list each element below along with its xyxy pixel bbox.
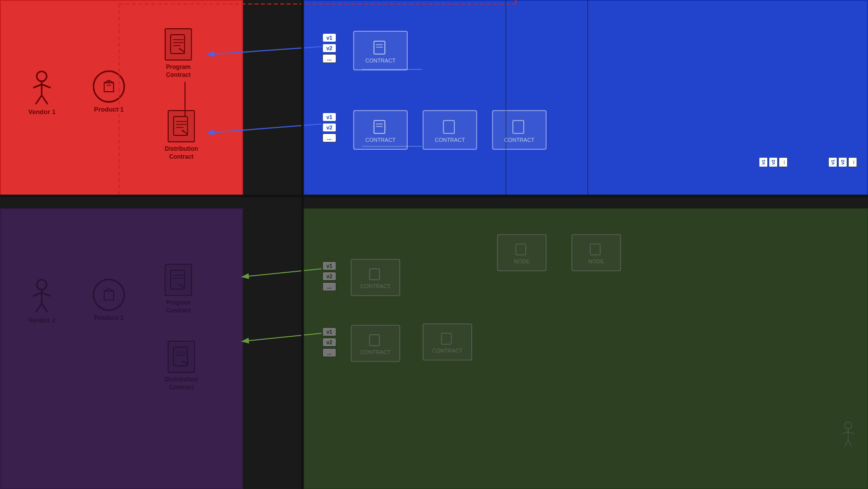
green-quadrant: v1 v2 ... CONTRACT v1 v2 ... CONTRACT NO…	[303, 208, 868, 489]
contract-doc-icon	[170, 34, 187, 56]
vendor-2-figure: Vendor 2	[28, 279, 56, 325]
green-mid-label: CONTRACT	[432, 348, 462, 354]
product-1-label: Product 1	[94, 106, 124, 114]
version-stack-green-bottom: v1 v2 ...	[322, 327, 336, 357]
product-2-icon	[93, 279, 125, 311]
svg-line-55	[181, 285, 185, 288]
version-v1-green-top[interactable]: v1	[322, 261, 336, 270]
svg-rect-35	[374, 41, 385, 54]
version-dots-green-top[interactable]: ...	[322, 282, 336, 291]
svg-line-34	[184, 131, 187, 134]
vendor-1-figure: Vendor 1	[28, 70, 56, 117]
green-bottom-label: CONTRACT	[360, 349, 390, 355]
program-contract-top-label: ProgramContract	[166, 63, 190, 79]
blue-top-center-label: CONTRACT	[365, 58, 395, 63]
green-top-label: CONTRACT	[360, 283, 390, 289]
green-right-top-node: NODE	[497, 234, 547, 271]
version-dots-green-bottom[interactable]: ...	[322, 348, 336, 357]
version-dots-bottom[interactable]: ...	[322, 133, 336, 142]
svg-line-70	[848, 440, 852, 447]
product-1-figure: Product 1	[93, 70, 125, 114]
blue-bottom-label: CONTRACT	[365, 137, 395, 143]
svg-rect-49	[104, 291, 114, 300]
distribution-contract-bottom-label: DistributionContract	[165, 376, 198, 391]
svg-line-47	[36, 304, 42, 312]
version-v1-top[interactable]: v1	[322, 33, 336, 42]
blue-mid-label-1: CONTRACT	[434, 137, 465, 143]
green-right-top-label: NODE	[514, 258, 530, 264]
version-v2-rot-2[interactable]: v2	[838, 157, 847, 167]
green-bottom-node: CONTRACT	[351, 325, 400, 362]
contract-doc-icon-2	[173, 116, 190, 137]
svg-rect-62	[516, 244, 526, 255]
blue-mid-node-2: CONTRACT	[492, 110, 547, 150]
vendor-2-label: Vendor 2	[28, 316, 56, 325]
svg-rect-61	[370, 335, 379, 346]
version-v1-rot-2[interactable]: v1	[828, 157, 837, 167]
green-mid-node: CONTRACT	[423, 323, 472, 361]
green-node-icon-4	[589, 242, 604, 256]
green-person-figure	[840, 421, 857, 448]
svg-rect-64	[441, 333, 451, 344]
version-v2-top[interactable]: v2	[322, 44, 336, 53]
version-dots-top[interactable]: ...	[322, 54, 336, 63]
blue-node-icon-4	[511, 118, 528, 135]
version-v2-bottom[interactable]: v2	[322, 123, 336, 132]
svg-line-48	[42, 304, 48, 312]
version-v2-rot-1[interactable]: v2	[769, 157, 778, 167]
svg-rect-42	[513, 121, 524, 133]
blue-quadrant: v1 v2 ... CONTRACT v1 v2 ... CONTRACT CO…	[303, 0, 868, 196]
blue-node-icon-1	[372, 38, 389, 56]
version-stack-green-top: v1 v2 ...	[322, 261, 336, 291]
program-contract-top: ProgramContract	[165, 28, 192, 79]
version-dots-rot-2[interactable]: ...	[848, 157, 857, 167]
svg-rect-63	[590, 244, 600, 255]
distribution-contract-top: DistributionContract	[165, 110, 198, 161]
product-2-box-icon	[100, 286, 118, 304]
green-node-icon-5	[440, 331, 455, 346]
distribution-contract-top-label: DistributionContract	[165, 145, 198, 161]
green-person-icon	[840, 421, 857, 448]
svg-line-68	[848, 432, 854, 434]
version-v1-bottom[interactable]: v1	[322, 113, 336, 122]
vendor-bottom-quadrant: Vendor 2 Product 2 ProgramContract	[0, 208, 243, 489]
blue-mid-node-1: CONTRACT	[423, 110, 477, 150]
version-stack-bottom: v1 v2 ...	[322, 113, 336, 142]
svg-line-17	[42, 84, 51, 88]
version-dots-rot-1[interactable]: ...	[779, 157, 788, 167]
version-v2-green-top[interactable]: v2	[322, 272, 336, 281]
svg-line-59	[184, 362, 187, 365]
blue-mid-label-2: CONTRACT	[504, 137, 534, 143]
svg-rect-60	[370, 269, 379, 280]
svg-line-16	[33, 84, 42, 88]
green-top-node: CONTRACT	[351, 259, 400, 296]
svg-line-18	[36, 95, 42, 104]
blue-node-icon-3	[441, 118, 459, 135]
svg-point-14	[37, 71, 47, 81]
program-contract-bottom-icon	[165, 264, 192, 296]
svg-line-29	[181, 49, 185, 53]
contract-doc-icon-4	[173, 346, 190, 368]
svg-line-67	[842, 432, 848, 434]
version-stack-rotated-2: v1 v2 ...	[828, 157, 857, 167]
version-stack-top: v1 v2 ...	[322, 33, 336, 63]
version-v1-green-bottom[interactable]: v1	[322, 327, 336, 336]
svg-rect-38	[374, 121, 385, 133]
svg-point-43	[37, 280, 47, 290]
vendor-person-icon	[31, 70, 53, 105]
distribution-contract-bottom-icon	[168, 341, 195, 373]
contract-doc-icon-3	[170, 269, 187, 291]
vendor-1-label: Vendor 1	[28, 108, 56, 117]
version-stack-rotated-1: v1 v2 ...	[759, 157, 788, 167]
version-v1-rot-1[interactable]: v1	[759, 157, 768, 167]
product-1-icon	[93, 70, 125, 103]
green-node-icon-3	[514, 242, 529, 256]
svg-line-45	[33, 293, 42, 296]
product-2-label: Product 2	[94, 314, 124, 322]
green-right-top-node-2: NODE	[571, 234, 621, 271]
version-v2-green-bottom[interactable]: v2	[322, 338, 336, 347]
product-2-figure: Product 2	[93, 279, 125, 322]
green-node-icon-1	[368, 266, 383, 281]
product-box-icon	[100, 78, 118, 95]
svg-line-19	[42, 95, 48, 104]
